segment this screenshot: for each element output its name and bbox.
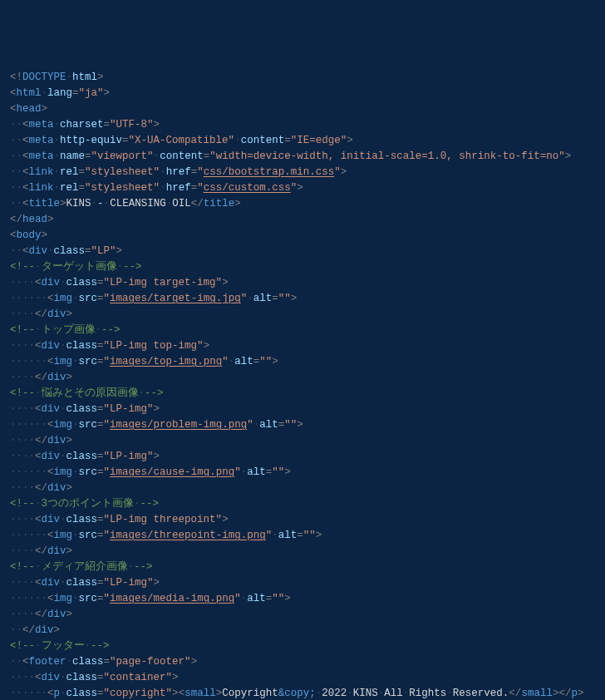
code-token-punc: = xyxy=(85,245,91,257)
code-token-punc: </ xyxy=(35,308,47,320)
code-line: ··<meta·charset="UTF-8"> xyxy=(10,117,595,133)
code-token-punc: > xyxy=(66,482,73,494)
code-token-punc: > xyxy=(578,688,584,699)
code-token-ws: · xyxy=(446,688,453,699)
code-line: ····<div·class="LP-img"> xyxy=(10,575,595,591)
code-token-ws: · xyxy=(117,261,124,273)
code-token-tag: small xyxy=(184,688,216,699)
code-token-punc: = xyxy=(97,451,104,462)
code-token-ws: ···· xyxy=(10,451,35,462)
code-token-punc: = xyxy=(122,135,129,146)
code-token-punc: = xyxy=(272,293,278,304)
code-token-punc: > xyxy=(154,119,160,131)
code-token-punc: = xyxy=(97,530,104,541)
code-token-tag: meta xyxy=(29,150,54,162)
code-token-ws: · xyxy=(54,119,61,131)
code-token-txt: 2022 xyxy=(322,688,347,699)
code-token-ws: · xyxy=(60,688,66,699)
code-token-strlink: css/bootstrap.min.css xyxy=(204,166,335,178)
code-token-strlink: images/target-img.jpg xyxy=(110,293,241,304)
code-token-punc: < xyxy=(35,451,42,462)
code-token-comment: <!-- xyxy=(10,324,35,336)
code-token-attr: class xyxy=(72,656,104,668)
code-token-txt: OIL xyxy=(172,198,191,210)
code-line: ····<div·class="LP-img"> xyxy=(10,402,595,417)
code-token-punc: > xyxy=(222,277,229,288)
code-token-txt: Reserved. xyxy=(453,688,509,699)
code-token-punc: < xyxy=(47,419,54,431)
code-token-strlink: images/media-img.png xyxy=(110,593,234,604)
code-token-ws: ···· xyxy=(10,482,35,494)
code-token-tag: div xyxy=(42,672,61,683)
code-token-txt: KINS xyxy=(66,198,91,210)
code-line: <!--·ターゲット画像·--> xyxy=(10,259,595,275)
code-line: ······<img·src="images/threepoint-img.pn… xyxy=(10,528,595,544)
code-token-punc: > xyxy=(154,577,160,589)
code-line: ··<meta·name="viewport"·content="width=d… xyxy=(10,149,595,165)
code-token-punc: < xyxy=(10,229,17,241)
code-token-txt: KINS xyxy=(353,688,378,699)
code-token-str: " xyxy=(104,593,111,604)
code-token-strlink: images/cause-img.png xyxy=(110,466,234,478)
code-token-comment: --> xyxy=(140,498,160,510)
code-token-ws: · xyxy=(60,577,66,589)
code-token-punc: < xyxy=(47,293,54,304)
code-token-str: " xyxy=(334,166,341,178)
code-token-attr: src xyxy=(79,293,98,304)
code-token-punc: = xyxy=(97,672,104,683)
code-token-ws: · xyxy=(60,514,66,525)
code-token-punc: = xyxy=(97,277,104,288)
code-token-ws: · xyxy=(128,561,135,573)
code-token-punc: = xyxy=(79,166,86,178)
code-token-txt: All xyxy=(384,688,403,699)
code-token-ws: ······ xyxy=(10,530,47,541)
code-line: <!DOCTYPE·html> xyxy=(10,70,595,86)
code-token-ws: · xyxy=(91,198,98,210)
code-token-comment: <!-- xyxy=(10,640,35,652)
code-token-ws: · xyxy=(72,530,79,541)
code-editor[interactable]: <!DOCTYPE·html><html·lang="ja"><head>··<… xyxy=(10,70,595,700)
code-token-punc: </ xyxy=(10,214,22,225)
code-token-tag: link xyxy=(29,182,54,194)
code-line: <html·lang="ja"> xyxy=(10,86,595,101)
code-line: ······<p·class="copyright"><small>Copyri… xyxy=(10,686,595,700)
code-token-punc: = xyxy=(97,356,104,367)
code-token-tag: div xyxy=(42,403,61,415)
code-token-tag: div xyxy=(42,340,61,352)
code-token-ws: · xyxy=(42,87,48,99)
code-token-punc: = xyxy=(284,135,291,146)
code-token-str: "LP-img top-img" xyxy=(104,340,204,352)
code-token-str: " xyxy=(104,356,111,367)
code-token-punc: < xyxy=(22,182,29,194)
code-token-punc: = xyxy=(97,577,104,589)
code-token-tag: img xyxy=(54,293,73,304)
code-token-ws: ·· xyxy=(10,135,22,146)
code-token-tag: div xyxy=(42,577,61,589)
code-token-ws: · xyxy=(54,135,61,146)
code-token-str: "X-UA-Compatible" xyxy=(129,135,235,146)
code-token-punc: > xyxy=(104,87,111,99)
code-line: <!--·悩みとその原因画像·--> xyxy=(10,386,595,402)
code-token-str: "viewport" xyxy=(91,150,154,162)
code-token-ws: · xyxy=(160,182,166,194)
code-token-tag: p xyxy=(571,688,578,699)
code-token-comment: <!-- xyxy=(10,387,35,399)
code-token-attr: http-equiv xyxy=(60,135,122,146)
code-token-punc: < xyxy=(22,166,29,178)
code-line: ····</div> xyxy=(10,370,595,386)
code-token-ws: · xyxy=(154,150,160,162)
code-token-ws: · xyxy=(72,419,79,431)
code-line: ······<img·src="images/top-img.png"·alt=… xyxy=(10,354,595,370)
code-token-str: "container" xyxy=(104,672,173,683)
code-token-comment: --> xyxy=(134,561,153,573)
code-token-punc: > xyxy=(284,593,291,604)
code-token-punc: > xyxy=(66,308,73,320)
code-token-attr: class xyxy=(66,403,98,415)
code-token-punc: < xyxy=(22,656,29,668)
code-token-ws: ·· xyxy=(10,119,22,131)
code-token-comment: フッター xyxy=(42,640,85,652)
code-token-punc: </ xyxy=(35,545,47,557)
code-token-ws: · xyxy=(35,640,42,652)
code-token-ws: · xyxy=(47,245,54,257)
code-token-strlink: images/top-img.png xyxy=(110,356,222,367)
